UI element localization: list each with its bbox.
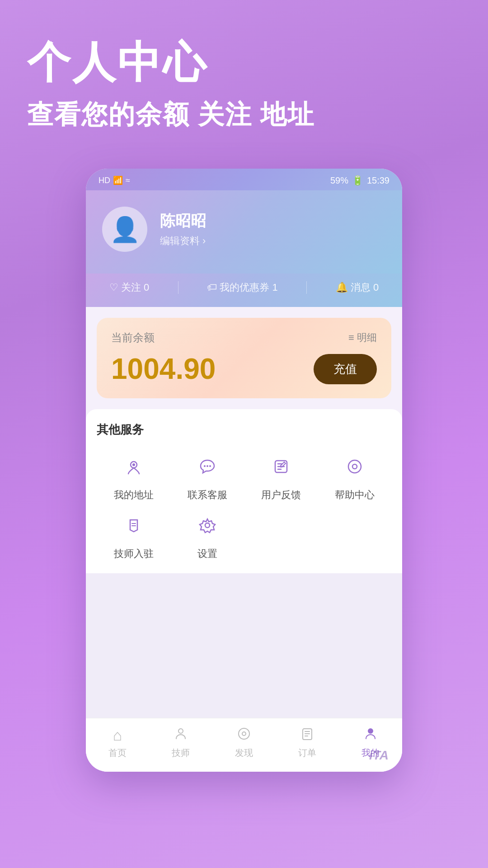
profile-info: 陈昭昭 编辑资料 › [160,211,206,248]
service-item-help[interactable]: 帮助中心 [318,450,391,502]
network-icon: HD [99,176,110,185]
address-label: 我的地址 [114,488,154,502]
avatar-icon: 👤 [110,215,140,244]
settings-icon [191,509,224,542]
message-text: 消息 0 [351,281,379,294]
service-item-address[interactable]: 我的地址 [97,450,170,502]
feedback-icon [265,450,297,483]
stat-divider-2 [306,281,307,294]
bell-icon: 🔔 [336,282,348,293]
balance-detail-link[interactable]: ≡ 明细 [348,331,377,344]
technician-nav-label: 技师 [172,747,190,759]
recharge-button[interactable]: 充值 [314,354,377,384]
balance-label: 当前余额 [111,330,155,345]
nav-item-technician[interactable]: 技师 [149,726,212,759]
bottom-nav: ⌂ 首页 技师 [86,718,402,772]
follow-stat[interactable]: ♡ 关注 0 [109,281,149,294]
page-title: 个人中心 [27,36,461,88]
discover-label: 发现 [235,747,253,759]
avatar[interactable]: 👤 [102,207,147,252]
stats-bar: ♡ 关注 0 🏷 我的优惠券 1 🔔 消息 0 [86,274,402,307]
technician-icon [117,509,150,542]
svg-point-2 [204,465,206,467]
svg-point-4 [209,465,211,467]
service-item-technician[interactable]: 技师入驻 [97,509,170,561]
address-icon [117,450,150,483]
status-bar: HD 📶 ≈ 59% 🔋 15:39 [86,169,402,190]
service-item-settings[interactable]: 设置 [170,509,244,561]
svg-point-3 [206,465,208,467]
empty-service-3 [244,509,318,561]
phone-frame: HD 📶 ≈ 59% 🔋 15:39 👤 陈昭昭 编辑资料 › ♡ [86,169,402,772]
profile-edit-link[interactable]: 编辑资料 › [160,234,206,248]
customer-label: 联系客服 [188,488,227,502]
wifi-icon: ≈ [126,176,130,185]
balance-header: 当前余额 ≡ 明细 [111,330,377,345]
heart-icon: ♡ [109,282,118,293]
svg-point-6 [348,460,361,473]
battery-icon: 🔋 [352,175,363,186]
service-item-customer[interactable]: 联系客服 [170,450,244,502]
svg-point-14 [368,729,373,733]
stat-divider-1 [178,281,178,294]
services-grid-row2: 技师入驻 设置 [97,509,391,561]
balance-amount: 1004.90 [111,352,216,386]
customer-icon [191,450,224,483]
balance-row: 1004.90 充值 [111,352,377,386]
time-text: 15:39 [367,175,389,186]
profile-name: 陈昭昭 [160,211,206,231]
discover-icon [237,726,251,744]
svg-marker-8 [200,519,215,533]
orders-label: 订单 [298,747,316,759]
home-icon: ⌂ [113,726,122,744]
coupon-text: 我的优惠券 1 [220,281,277,294]
empty-service-4 [318,509,391,561]
svg-point-11 [239,728,249,739]
help-icon [338,450,371,483]
nav-item-discover[interactable]: 发现 [212,726,276,759]
svg-point-1 [132,463,135,466]
mine-icon [364,726,377,744]
svg-point-9 [205,523,210,528]
main-content: 当前余额 ≡ 明细 1004.90 充值 其他服务 [86,318,402,772]
orders-icon [300,726,314,744]
services-grid-row1: 我的地址 联系客服 [97,450,391,502]
coupon-icon: 🏷 [207,282,217,293]
coupon-stat[interactable]: 🏷 我的优惠券 1 [207,281,277,294]
nav-item-orders[interactable]: 订单 [276,726,339,759]
status-left: HD 📶 ≈ [99,175,130,185]
phone-container: HD 📶 ≈ 59% 🔋 15:39 👤 陈昭昭 编辑资料 › ♡ [0,169,488,790]
header-section: 个人中心 查看您的余额 关注 地址 [0,0,488,142]
watermark: iTA [369,748,389,763]
feedback-label: 用户反馈 [261,488,301,502]
balance-card: 当前余额 ≡ 明细 1004.90 充值 [97,318,391,398]
home-label: 首页 [108,747,127,759]
settings-label: 设置 [197,547,217,561]
status-right: 59% 🔋 15:39 [330,175,389,186]
empty-area [86,573,402,718]
page-subtitle: 查看您的余额 关注 地址 [27,97,461,132]
battery-text: 59% [330,175,348,186]
message-stat[interactable]: 🔔 消息 0 [336,281,379,294]
svg-point-7 [352,464,357,469]
service-item-feedback[interactable]: 用户反馈 [244,450,318,502]
help-label: 帮助中心 [335,488,375,502]
technician-nav-icon [174,726,188,744]
services-title: 其他服务 [97,422,391,438]
services-section: 其他服务 我的地址 [86,409,402,573]
svg-point-10 [178,729,183,733]
signal-icon: 📶 [113,175,123,185]
svg-point-12 [242,732,246,736]
follow-count: 关注 0 [121,281,149,294]
nav-item-home[interactable]: ⌂ 首页 [86,726,149,759]
profile-header: 👤 陈昭昭 编辑资料 › [86,190,402,274]
technician-label: 技师入驻 [114,547,154,561]
